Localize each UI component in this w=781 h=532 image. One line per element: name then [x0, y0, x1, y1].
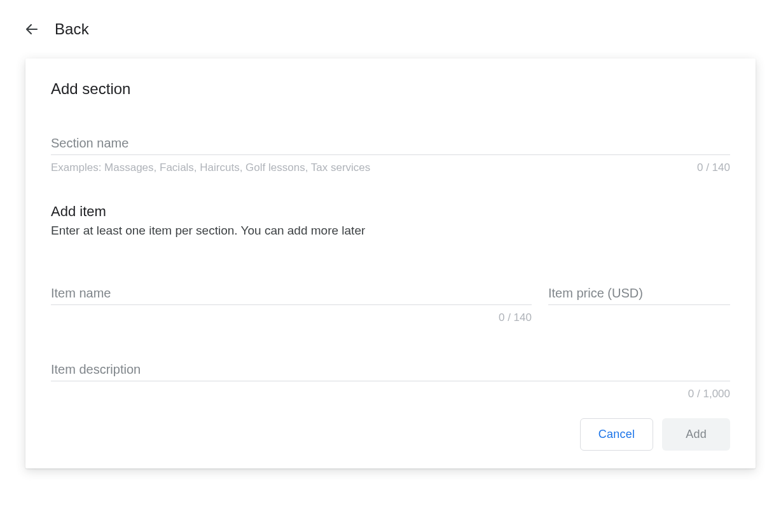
item-description-counter: 0 / 1,000 — [688, 388, 730, 400]
section-name-helper: Examples: Massages, Facials, Haircuts, G… — [51, 161, 370, 174]
item-price-field — [548, 283, 730, 305]
item-row: 0 / 140 — [51, 278, 730, 324]
add-button[interactable]: Add — [662, 418, 730, 451]
back-button[interactable]: Back — [24, 20, 89, 38]
item-name-field: 0 / 140 — [51, 283, 532, 324]
card-title: Add section — [51, 80, 730, 98]
top-bar: Back — [0, 0, 781, 58]
add-section-card: Add section Examples: Massages, Facials,… — [25, 58, 756, 468]
cancel-button[interactable]: Cancel — [580, 418, 654, 451]
add-item-title: Add item — [51, 203, 730, 220]
item-price-input[interactable] — [548, 283, 730, 305]
arrow-left-icon — [24, 22, 39, 37]
item-description-input[interactable] — [51, 360, 730, 381]
section-name-input[interactable] — [51, 133, 730, 155]
add-item-subtitle: Enter at least one item per section. You… — [51, 224, 730, 238]
section-name-counter: 0 / 140 — [697, 161, 730, 174]
back-label: Back — [55, 20, 89, 38]
add-item-block: Add item Enter at least one item per sec… — [51, 203, 730, 238]
item-name-counter: 0 / 140 — [499, 311, 532, 324]
dialog-actions: Cancel Add — [51, 418, 730, 451]
section-name-field: Examples: Massages, Facials, Haircuts, G… — [51, 133, 730, 174]
item-description-field: 0 / 1,000 — [51, 360, 730, 400]
item-name-input[interactable] — [51, 283, 532, 305]
